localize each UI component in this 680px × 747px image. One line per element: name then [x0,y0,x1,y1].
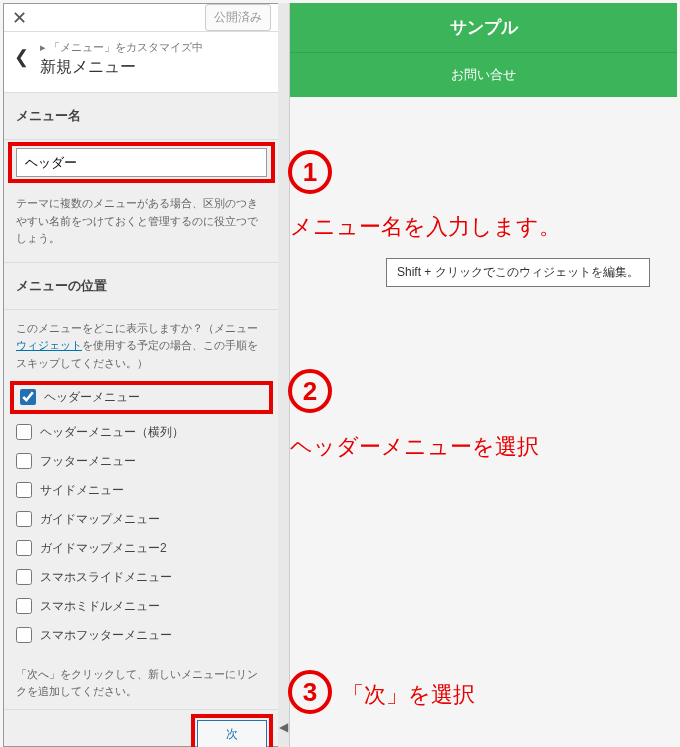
widget-link[interactable]: ウィジェット [16,339,82,351]
annotation-badge-1: 1 [288,150,332,194]
annotation-text-2: ヘッダーメニューを選択 [290,432,539,462]
preview-title: サンプル [290,3,677,53]
next-button[interactable]: 次 [197,720,267,747]
loc-sp-middle-menu[interactable]: スマホミドルメニュー [12,592,271,621]
customizer-topbar: ✕ 公開済み [4,4,279,32]
loc-sp-footer-menu[interactable]: スマホフッターメニュー [12,621,271,650]
annotation-text-1: メニュー名を入力します。 [290,212,561,242]
loc-guidemap-menu[interactable]: ガイドマップメニュー [12,505,271,534]
publish-button[interactable]: 公開済み [205,4,271,31]
loc-guidemap-menu-2[interactable]: ガイドマップメニュー2 [12,534,271,563]
checkbox[interactable] [16,569,32,585]
menu-location-list: ヘッダーメニュー ヘッダーメニュー（横列） フッターメニュー サイドメニュー ガ… [4,381,279,658]
menu-name-input-wrap [8,142,275,183]
page-title: 新規メニュー [40,57,269,78]
checkbox[interactable] [16,453,32,469]
breadcrumb-context: ▸ 「メニュー」をカスタマイズ中 [40,40,269,55]
checkbox[interactable] [16,511,32,527]
annotation-badge-3: 3 [288,670,332,714]
section-header-menu-location: メニューの位置 [4,263,279,310]
checkbox[interactable] [16,627,32,643]
checkbox[interactable] [16,482,32,498]
close-icon[interactable]: ✕ [12,7,42,29]
section-header-menu-name: メニュー名 [4,93,279,140]
customizer-sidebar: ✕ 公開済み ❮ ▸ 「メニュー」をカスタマイズ中 新規メニュー メニュー名 テ… [3,3,280,747]
loc-header-menu-horizontal[interactable]: ヘッダーメニュー（横列） [12,418,271,447]
menu-name-helper: テーマに複数のメニューがある場合、区別のつきやすい名前をつけておくと管理するのに… [4,187,279,263]
loc-side-menu[interactable]: サイドメニュー [12,476,271,505]
site-preview: サンプル お問い合せ [290,3,677,103]
menu-location-desc: このメニューをどこに表示しますか？（メニューウィジェットを使用する予定の場合、こ… [4,310,279,381]
loc-header-menu[interactable]: ヘッダーメニュー [10,381,273,414]
menu-name-input[interactable] [16,148,267,177]
collapse-bar[interactable] [278,3,290,747]
sidebar-footer: 次 [4,709,279,747]
breadcrumb: ❮ ▸ 「メニュー」をカスタマイズ中 新規メニュー [4,32,279,93]
next-step-desc: 「次へ」をクリックして、新しいメニューにリンクを追加してください。 [4,658,279,709]
edit-widget-tooltip: Shift + クリックでこのウィジェットを編集。 [386,258,650,287]
checkbox[interactable] [20,389,36,405]
annotation-badge-2: 2 [288,369,332,413]
collapse-icon[interactable]: ◀ [279,720,288,734]
loc-sp-slide-menu[interactable]: スマホスライドメニュー [12,563,271,592]
checkbox[interactable] [16,598,32,614]
annotation-text-3: 「次」を選択 [342,680,475,710]
preview-contact-link[interactable]: お問い合せ [290,53,677,97]
checkbox[interactable] [16,424,32,440]
loc-footer-menu[interactable]: フッターメニュー [12,447,271,476]
back-icon[interactable]: ❮ [14,40,34,68]
checkbox[interactable] [16,540,32,556]
